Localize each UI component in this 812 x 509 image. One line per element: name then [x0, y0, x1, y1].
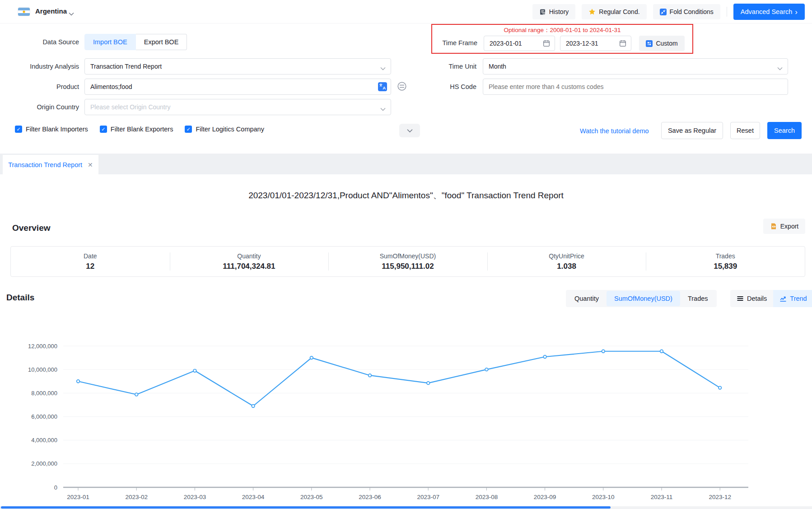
tab-transaction-trend-report[interactable]: Transaction Trend Report ✕	[3, 155, 98, 174]
filter-filter-logitics-company[interactable]: ✓Filter Logitics Company	[185, 126, 264, 133]
origin-country-select[interactable]: Please select Origin Country	[84, 99, 391, 115]
collapse-conditions-button[interactable]	[399, 124, 420, 137]
y-axis-tick-label: 2,000,000	[31, 460, 57, 467]
y-axis-tick-label: 4,000,000	[31, 437, 57, 444]
product-input[interactable]	[84, 79, 391, 95]
data-point-2023-12[interactable]	[719, 386, 722, 389]
x-axis-tick-label: 2023-06	[359, 494, 381, 500]
tutorial-demo-link[interactable]: Watch the tutorial demo	[580, 127, 649, 135]
filter-label: Filter Blank Exporters	[111, 126, 173, 133]
export-label: Export	[780, 223, 798, 230]
hs-code-input[interactable]	[483, 79, 788, 95]
x-axis-tick-label: 2023-03	[184, 494, 206, 500]
advanced-search-button[interactable]: Advanced Search ›	[733, 4, 805, 20]
metric-tab-quantity[interactable]: Quantity	[567, 291, 607, 306]
custom-range-button[interactable]: Custom	[639, 36, 685, 51]
data-point-2023-02[interactable]	[135, 393, 138, 396]
header-divider	[727, 7, 727, 17]
x-axis-tick-label: 2023-02	[125, 494, 148, 500]
svg-text:A: A	[383, 85, 386, 90]
translate-icon[interactable]: A	[378, 82, 387, 91]
data-point-2023-09[interactable]	[543, 355, 546, 359]
time-unit-value: Month	[489, 63, 506, 70]
data-point-2023-05[interactable]	[310, 356, 313, 360]
chevron-down-icon[interactable]	[69, 9, 74, 18]
stat-trades: Trades15,839	[646, 247, 805, 276]
chevron-down-icon	[380, 65, 386, 72]
x-axis-tick-label: 2023-01	[67, 494, 89, 500]
optional-range-text: Optional range：2008-01-01 to 2024-01-31	[432, 26, 692, 34]
report-title: 2023/01/01-2023/12/31,Product AND"Alimen…	[0, 190, 812, 201]
start-date-input[interactable]: 2023-01-01	[484, 36, 555, 51]
save-as-regular-button[interactable]: Save as Regular	[661, 122, 723, 139]
tab-label: Transaction Trend Report	[8, 161, 82, 168]
data-point-2023-10[interactable]	[602, 350, 605, 353]
data-point-2023-08[interactable]	[485, 368, 488, 371]
filter-filter-blank-exporters[interactable]: ✓Filter Blank Exporters	[100, 126, 173, 133]
metric-toggle-group: QuantitySumOfMoney(USD)Trades	[566, 290, 717, 307]
stat-label: SumOfMoney(USD)	[380, 252, 436, 260]
data-point-2023-07[interactable]	[427, 382, 430, 385]
stat-qtyunitprice: QtyUnitPrice1.038	[487, 247, 646, 276]
details-heading: Details	[6, 293, 34, 303]
chart-svg: 12,000,00010,000,0008,000,0006,000,0004,…	[13, 336, 799, 504]
checkbox-checked-icon[interactable]: ✓	[185, 126, 192, 133]
horizontal-scrollbar-thumb[interactable]	[1, 506, 611, 509]
table-icon	[737, 295, 744, 302]
metric-tab-sumofmoney-usd[interactable]: SumOfMoney(USD)	[607, 291, 680, 306]
history-label: History	[549, 8, 569, 15]
checkbox-checked-icon[interactable]: ✓	[15, 126, 22, 133]
search-button[interactable]: Search	[767, 122, 802, 139]
y-axis-tick-label: 12,000,000	[28, 343, 57, 350]
time-unit-select[interactable]: Month	[483, 58, 788, 75]
time-unit-label: Time Unit	[397, 58, 476, 75]
filter-checkbox-row: ✓Filter Blank Importers✓Filter Blank Exp…	[15, 126, 264, 133]
x-axis-tick-label: 2023-08	[476, 494, 498, 500]
x-axis-tick-label: 2023-05	[300, 494, 323, 500]
end-date-value: 2023-12-31	[566, 40, 598, 47]
x-axis-tick-label: 2023-11	[651, 494, 673, 500]
end-date-input[interactable]: 2023-12-31	[560, 36, 631, 51]
advanced-search-label: Advanced Search	[741, 8, 792, 15]
data-point-2023-11[interactable]	[660, 350, 663, 353]
time-frame-highlight-box: Optional range：2008-01-01 to 2024-01-31 …	[431, 24, 693, 54]
close-icon[interactable]: ✕	[88, 161, 93, 168]
data-point-2023-03[interactable]	[193, 369, 196, 372]
industry-analysis-select[interactable]: Transaction Trend Report	[84, 58, 391, 75]
stat-value: 1.038	[557, 262, 576, 271]
view-tab-details[interactable]: Details	[730, 290, 773, 307]
export-boe-tab[interactable]: Export BOE	[136, 34, 187, 50]
product-label: Product	[0, 79, 79, 95]
data-point-2023-04[interactable]	[252, 405, 255, 408]
start-date-value: 2023-01-01	[490, 40, 522, 47]
reset-button[interactable]: Reset	[730, 122, 760, 139]
filter-filter-blank-importers[interactable]: ✓Filter Blank Importers	[15, 126, 88, 133]
stat-value: 115,950,111.02	[382, 262, 434, 271]
filter-label: Filter Logitics Company	[196, 126, 264, 133]
export-button[interactable]: Export	[763, 219, 805, 234]
top-header-bar: Argentina History Regular Cond. Fold Con…	[0, 0, 812, 23]
trend-line-chart: 12,000,00010,000,0008,000,0006,000,0004,…	[13, 336, 799, 504]
overview-stats-card: Date12Quantity111,704,324.81SumOfMoney(U…	[10, 246, 805, 277]
data-point-2023-06[interactable]	[369, 374, 372, 377]
data-source-toggle: Import BOE Export BOE	[84, 34, 187, 50]
metric-tab-trades[interactable]: Trades	[680, 291, 716, 306]
data-source-label: Data Source	[0, 34, 79, 50]
regular-cond-button[interactable]: Regular Cond.	[582, 4, 646, 19]
history-button[interactable]: History	[532, 4, 576, 19]
checkbox-checked-icon[interactable]: ✓	[100, 126, 107, 133]
stat-date: Date12	[11, 247, 170, 276]
import-boe-tab[interactable]: Import BOE	[84, 34, 136, 50]
regular-cond-label: Regular Cond.	[599, 8, 639, 15]
x-axis-tick-label: 2023-12	[709, 494, 731, 500]
industry-analysis-label: Industry Analysis	[0, 58, 79, 75]
y-axis-tick-label: 0	[54, 484, 57, 491]
country-selector-label[interactable]: Argentina	[35, 7, 67, 15]
horizontal-scrollbar-track[interactable]	[0, 506, 812, 509]
fold-conditions-button[interactable]: Fold Conditions	[653, 4, 720, 19]
data-point-2023-01[interactable]	[77, 380, 80, 383]
chevron-down-icon	[777, 65, 783, 72]
y-axis-tick-label: 8,000,000	[31, 390, 57, 397]
stat-value: 111,704,324.81	[223, 262, 275, 271]
view-tab-trend[interactable]: Trend	[773, 290, 812, 307]
